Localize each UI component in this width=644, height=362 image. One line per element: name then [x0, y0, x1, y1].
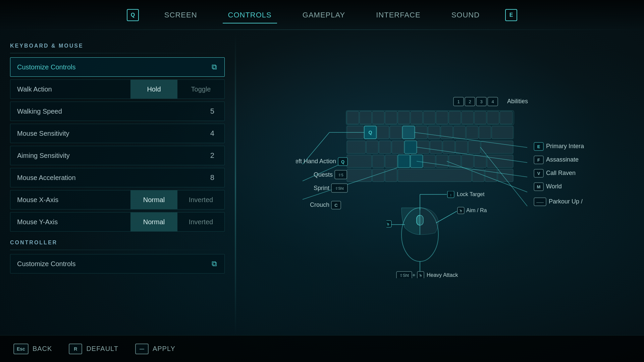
- svg-rect-45: [423, 155, 435, 168]
- left-panel: KEYBOARD & MOUSE Customize Controls ⧉ Wa…: [0, 34, 235, 335]
- svg-rect-33: [405, 141, 417, 154]
- svg-text:4: 4: [491, 99, 494, 104]
- mouse-y-axis-label: Mouse Y-Axis: [10, 218, 130, 226]
- nav-item-gameplay[interactable]: Gameplay: [297, 8, 351, 22]
- svg-rect-1: [347, 111, 359, 124]
- svg-rect-42: [385, 155, 397, 168]
- svg-rect-43: [398, 155, 410, 168]
- section-label-keyboard-mouse: KEYBOARD & MOUSE: [10, 43, 225, 49]
- nav-item-sound[interactable]: Sound: [446, 8, 485, 22]
- svg-text:Sprint: Sprint: [314, 185, 329, 191]
- mouse-x-inverted[interactable]: Inverted: [177, 190, 224, 209]
- mouse-sensitivity-label: Mouse Sensitivity: [10, 130, 200, 137]
- nav-divider: [0, 29, 644, 30]
- svg-rect-4: [385, 111, 397, 124]
- svg-text:Parkour Up / Swim Up: Parkour Up / Swim Up: [549, 198, 584, 205]
- svg-text:1: 1: [457, 99, 460, 104]
- mouse-sensitivity-row: Mouse Sensitivity 4: [10, 124, 225, 143]
- default-button[interactable]: R Default: [69, 344, 118, 354]
- nav-left-key[interactable]: Q: [127, 9, 139, 21]
- svg-text:Aim / Ranged Abilities: Aim / Ranged Abilities: [466, 207, 487, 213]
- svg-rect-40: [347, 155, 372, 168]
- svg-text:⇧Sht: ⇧Sht: [335, 186, 344, 190]
- customize-controls-kb-row[interactable]: Customize Controls ⧉: [10, 57, 225, 77]
- svg-rect-25: [453, 126, 466, 139]
- svg-text:C: C: [334, 203, 338, 208]
- svg-text:Q: Q: [369, 130, 372, 135]
- svg-text:F: F: [537, 158, 540, 163]
- mouse-acceleration-row: Mouse Acceleration 8: [10, 168, 225, 187]
- right-panel: Q: [236, 34, 644, 335]
- svg-text:🖱: 🖱: [419, 273, 423, 278]
- svg-text:Crouch: Crouch: [310, 201, 329, 208]
- svg-rect-39: [481, 141, 513, 154]
- default-label: Default: [86, 345, 118, 353]
- svg-line-115: [436, 211, 457, 223]
- svg-rect-10: [462, 111, 474, 124]
- svg-text:Lock Target: Lock Target: [457, 191, 485, 197]
- svg-rect-54: [398, 169, 472, 182]
- svg-text:🖱: 🖱: [386, 222, 390, 227]
- svg-rect-27: [479, 126, 491, 139]
- svg-rect-9: [449, 111, 461, 124]
- walk-action-row: Walk Action Hold Toggle: [10, 79, 225, 99]
- svg-rect-18: [377, 126, 389, 139]
- svg-text:V: V: [537, 171, 540, 176]
- aiming-sensitivity-label: Aiming Sensitivity: [10, 152, 200, 160]
- mouse-y-axis-toggle: Normal Inverted: [130, 213, 224, 231]
- apply-key: —: [135, 344, 149, 354]
- nav-item-controls[interactable]: Controls: [223, 8, 277, 22]
- svg-text:+: +: [412, 272, 415, 278]
- svg-rect-8: [436, 111, 448, 124]
- apply-button[interactable]: — Apply: [135, 344, 175, 354]
- bottom-bar: Esc Back R Default — Apply: [0, 335, 644, 362]
- svg-text:World: World: [546, 183, 562, 190]
- svg-rect-26: [466, 126, 478, 139]
- mouse-y-normal[interactable]: Normal: [130, 213, 177, 231]
- copy-icon-ctrl[interactable]: ⧉: [208, 257, 221, 270]
- svg-text:Call Raven: Call Raven: [546, 170, 576, 176]
- svg-rect-53: [385, 169, 397, 182]
- svg-rect-12: [487, 111, 499, 124]
- walking-speed-value: 5: [200, 107, 224, 116]
- svg-text:Quests: Quests: [314, 171, 333, 178]
- svg-rect-51: [347, 169, 372, 182]
- svg-rect-41: [372, 155, 384, 168]
- nav-item-interface[interactable]: Interface: [371, 8, 426, 22]
- walking-speed-row: Walking Speed 5: [10, 102, 225, 121]
- svg-rect-11: [474, 111, 486, 124]
- nav-right-key[interactable]: E: [505, 9, 517, 21]
- svg-rect-3: [372, 111, 384, 124]
- apply-label: Apply: [153, 345, 175, 353]
- svg-rect-35: [430, 141, 442, 154]
- svg-rect-23: [428, 126, 440, 139]
- svg-text:🖱: 🖱: [459, 208, 463, 213]
- svg-text:Primary Interaction: Primary Interaction: [546, 143, 584, 149]
- svg-rect-57: [498, 169, 513, 182]
- walk-action-toggle-btn[interactable]: Toggle: [177, 80, 224, 99]
- main-content: KEYBOARD & MOUSE Customize Controls ⧉ Wa…: [0, 34, 644, 335]
- svg-rect-6: [411, 111, 423, 124]
- svg-rect-19: [390, 126, 402, 139]
- mouse-y-inverted[interactable]: Inverted: [177, 213, 224, 231]
- customize-controls-kb-label: Customize Controls: [10, 63, 208, 71]
- aiming-sensitivity-value: 2: [200, 151, 224, 160]
- aiming-sensitivity-row: Aiming Sensitivity 2: [10, 146, 225, 165]
- svg-text:Q: Q: [341, 159, 344, 164]
- svg-rect-29: [347, 141, 366, 154]
- svg-text:Assassinate: Assassinate: [546, 156, 579, 163]
- customize-controls-ctrl-row[interactable]: Customize Controls ⧉: [10, 254, 225, 274]
- copy-icon-kb[interactable]: ⧉: [208, 60, 221, 74]
- walk-action-label: Walk Action: [10, 85, 130, 93]
- svg-rect-5: [398, 111, 410, 124]
- mouse-x-axis-toggle: Normal Inverted: [130, 190, 224, 209]
- svg-rect-37: [455, 141, 468, 154]
- nav-item-screen[interactable]: Screen: [159, 8, 203, 22]
- svg-rect-2: [360, 111, 372, 124]
- mouse-diagram-svg: ↕ Lock Target Light Attack 🖱 🖱 Aim / Ran…: [386, 191, 487, 278]
- svg-rect-7: [423, 111, 435, 124]
- walk-action-hold[interactable]: Hold: [130, 80, 177, 99]
- svg-text:↕: ↕: [450, 193, 452, 197]
- back-button[interactable]: Esc Back: [13, 344, 52, 354]
- mouse-x-normal[interactable]: Normal: [130, 190, 177, 209]
